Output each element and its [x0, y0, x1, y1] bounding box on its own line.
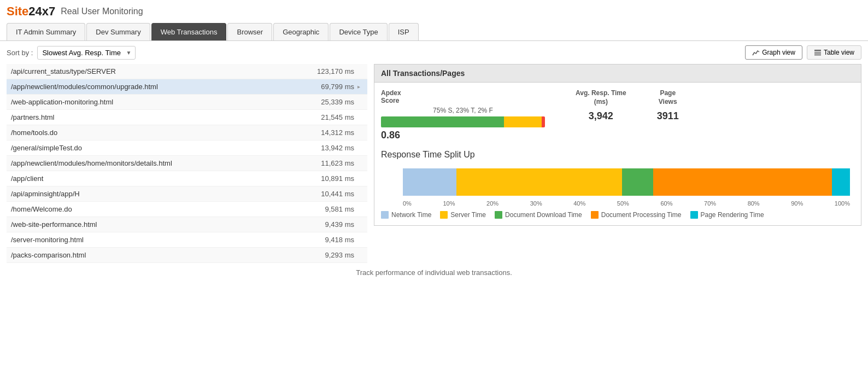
chart-area: 0% 10% 20% 30% 40% 50% 60% 70% 80% 90% 1…	[381, 168, 854, 207]
tab-geographic[interactable]: Geographic	[273, 23, 329, 40]
transaction-list: /api/current_status/type/SERVER 123,170 …	[7, 64, 367, 263]
toolbar: Sort by : Slowest Avg. Resp. Time Most P…	[0, 41, 868, 64]
brand-logo: Site24x7	[7, 4, 55, 19]
table-row[interactable]: /web-site-performance.html 9,439 ms	[7, 217, 367, 232]
tab-device-type[interactable]: Device Type	[330, 23, 387, 40]
bar-network-time	[403, 168, 456, 196]
apdex-bar-label: 75% S, 23% T, 2% F	[381, 107, 545, 114]
bar-server-time	[456, 168, 622, 196]
svg-rect-1	[814, 52, 821, 52]
legend-processing-time: Document Processing Time	[591, 211, 682, 219]
apdex-value: 0.86	[381, 130, 545, 141]
sort-label: Sort by :	[7, 49, 33, 57]
bar-processing-time	[653, 168, 832, 196]
response-split-title: Response Time Split Up	[381, 150, 854, 160]
app-header: Site24x7 Real User Monitoring	[0, 0, 868, 23]
page-views-label: PageViews	[657, 89, 679, 106]
apdex-green-segment	[381, 116, 504, 127]
apdex-block: ApdexScore 75% S, 23% T, 2% F 0.86	[381, 89, 545, 141]
apdex-yellow-segment	[504, 116, 542, 127]
main-content: /api/current_status/type/SERVER 123,170 …	[0, 64, 868, 263]
table-row[interactable]: /web-application-monitoring.html 25,339 …	[7, 95, 367, 110]
toolbar-right: Graph view Table view	[745, 45, 861, 60]
svg-rect-3	[814, 54, 821, 55]
table-icon	[814, 49, 822, 56]
panel-content: ApdexScore 75% S, 23% T, 2% F 0.86 Avg. …	[374, 83, 861, 226]
chart-wrapper	[403, 168, 850, 196]
sort-select-wrapper: Slowest Avg. Resp. Time Most Page Views …	[37, 46, 136, 60]
bar-download-time	[622, 168, 653, 196]
table-row[interactable]: /api/current_status/type/SERVER 123,170 …	[7, 64, 367, 79]
table-row[interactable]: /api/apminsight/app/H 10,441 ms	[7, 186, 367, 202]
table-row[interactable]: /general/simpleTest.do 13,942 ms	[7, 141, 367, 156]
table-row[interactable]: /app/newclient/modules/home/monitors/det…	[7, 156, 367, 171]
tab-browser[interactable]: Browser	[227, 23, 272, 40]
table-row[interactable]: /home/Welcome.do 9,581 ms	[7, 202, 367, 217]
x-axis: 0% 10% 20% 30% 40% 50% 60% 70% 80% 90% 1…	[403, 200, 850, 207]
graph-icon	[752, 49, 760, 56]
bar-rendering-time	[832, 168, 850, 196]
avg-resp-time-value: 3,942	[576, 110, 626, 122]
app-subtitle: Real User Monitoring	[61, 7, 143, 16]
tab-web-transactions[interactable]: Web Transactions	[151, 23, 227, 40]
graph-view-button[interactable]: Graph view	[745, 45, 802, 60]
legend-rendering-time: Page Rendering Time	[690, 211, 764, 219]
tab-dev-summary[interactable]: Dev Summary	[86, 23, 150, 40]
avg-resp-time-block: Avg. Resp. Time(ms) 3,942	[576, 89, 626, 122]
chart-legend: Network Time Server Time Document Downlo…	[381, 211, 854, 219]
apdex-bar	[381, 116, 545, 127]
legend-color-rendering	[690, 211, 698, 219]
svg-rect-0	[814, 50, 821, 51]
table-row[interactable]: /server-monitoring.html 9,418 ms	[7, 232, 367, 248]
table-row[interactable]: /home/tools.do 14,312 ms	[7, 125, 367, 141]
footer-text: Track performance of individual web tran…	[0, 263, 868, 282]
table-row[interactable]: /app/client 10,891 ms	[7, 171, 367, 186]
apdex-red-segment	[542, 116, 545, 127]
table-view-button[interactable]: Table view	[807, 45, 861, 60]
left-panel: /api/current_status/type/SERVER 123,170 …	[7, 64, 367, 263]
apdex-section: ApdexScore 75% S, 23% T, 2% F 0.86 Avg. …	[381, 89, 854, 141]
page-views-value: 3911	[657, 110, 679, 122]
legend-server-time: Server Time	[440, 211, 486, 219]
tab-bar: IT Admin Summary Dev Summary Web Transac…	[0, 23, 868, 41]
right-panel: All Transactions/Pages ApdexScore 75% S,…	[374, 64, 861, 263]
legend-network-time: Network Time	[381, 211, 431, 219]
panel-title: All Transactions/Pages	[374, 64, 861, 83]
sort-select[interactable]: Slowest Avg. Resp. Time Most Page Views …	[37, 46, 136, 60]
toolbar-left: Sort by : Slowest Avg. Resp. Time Most P…	[7, 46, 136, 60]
svg-rect-2	[814, 53, 821, 54]
tab-isp[interactable]: ISP	[389, 23, 419, 40]
legend-color-network	[381, 211, 389, 219]
legend-color-server	[440, 211, 448, 219]
table-row[interactable]: /partners.html 21,545 ms	[7, 110, 367, 125]
avg-resp-time-label: Avg. Resp. Time(ms)	[576, 89, 626, 106]
apdex-label: ApdexScore	[381, 89, 545, 104]
legend-color-download	[495, 211, 502, 219]
tab-it-admin-summary[interactable]: IT Admin Summary	[7, 23, 85, 40]
page-views-block: PageViews 3911	[657, 89, 679, 122]
svg-rect-4	[814, 55, 821, 56]
legend-download-time: Document Download Time	[495, 211, 582, 219]
stacked-bar	[403, 168, 850, 196]
legend-color-processing	[591, 211, 599, 219]
table-row[interactable]: /packs-comparison.html 9,293 ms	[7, 248, 367, 263]
table-row[interactable]: /app/newclient/modules/common/upgrade.ht…	[7, 79, 367, 95]
